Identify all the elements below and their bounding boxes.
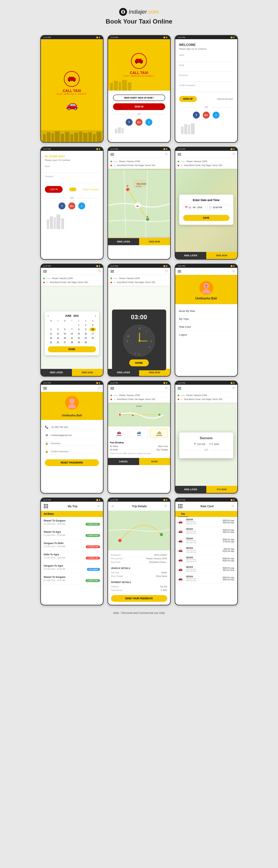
comfort-type-btn[interactable]: 🚕 Comfort	[150, 429, 168, 438]
cal-day[interactable]	[48, 323, 54, 327]
cal-day[interactable]: 11	[48, 332, 54, 336]
ride-now-btn-1[interactable]: RIDE NOW	[139, 238, 170, 245]
from-field-2[interactable]: From Rewari, Haryana 12345	[178, 159, 235, 163]
cal-day[interactable]: 23	[82, 336, 89, 340]
forgot-password-link[interactable]: Forgot Password?	[83, 188, 99, 191]
hamburger-icon-4[interactable]	[110, 270, 114, 273]
cal-day[interactable]: 3	[90, 323, 96, 327]
ride-later-btn-1[interactable]: RIDE LATER	[108, 238, 139, 245]
confirm-password-input[interactable]	[179, 87, 233, 92]
book-button[interactable]: BOOK	[139, 458, 170, 465]
cal-day[interactable]: 21	[69, 336, 75, 340]
cal-day[interactable]: 30	[82, 341, 89, 344]
from-field-5[interactable]: From Rewari, Haryana 12345	[110, 394, 168, 397]
cal-day[interactable]: 13	[62, 332, 68, 336]
cal-day[interactable]: 16	[82, 332, 89, 336]
twitter-login-btn[interactable]: t	[78, 203, 85, 209]
day-tab[interactable]: Day	[178, 511, 188, 517]
cal-day[interactable]	[69, 323, 75, 327]
next-month-btn[interactable]: ›	[95, 314, 96, 317]
cal-day[interactable]: 17	[90, 332, 96, 336]
menu-logout[interactable]: Logout	[175, 331, 237, 339]
to-field-4[interactable]: To Anaj Mandi Chowk, Hari Nagar, Sector …	[110, 280, 168, 284]
all-rides-tab[interactable]: All Rides	[41, 511, 103, 517]
sedan-type-btn[interactable]: 🚗 Sedan	[110, 429, 128, 438]
login-button[interactable]: LOG IN	[45, 186, 63, 193]
clock-face[interactable]: 12 3 6 9 1 4 7 10	[123, 325, 155, 356]
cal-day[interactable]: 25	[48, 341, 54, 344]
from-field-4[interactable]: From Rewari, Haryana 12345	[110, 276, 168, 280]
remember-toggle[interactable]	[69, 188, 76, 191]
login-password-input[interactable]	[45, 178, 99, 183]
cal-day[interactable]: 1	[76, 323, 82, 327]
ride-now-btn-3[interactable]: RIDE NOW	[72, 369, 103, 376]
cal-day[interactable]	[62, 323, 68, 327]
hamburger-icon-7[interactable]	[110, 387, 114, 390]
ride-later-btn-2[interactable]: RIDE LATER	[175, 252, 206, 259]
facebook-welcome-button[interactable]: f	[193, 112, 200, 119]
hamburger-icon[interactable]	[110, 153, 114, 156]
datetime-save-button[interactable]: SAVE	[183, 215, 230, 221]
heart-icon-4[interactable]: ♡	[165, 269, 168, 273]
trip-item-5[interactable]: Gurgaon To Agra 10 JAN 2019 10:00 AM UPC…	[41, 562, 103, 573]
cal-day[interactable]: 26	[55, 341, 61, 344]
ride-later-btn-3[interactable]: RIDE LATER	[41, 369, 72, 376]
heart-icon-10[interactable]: ♡	[164, 504, 167, 508]
nav-grid-icon[interactable]	[44, 504, 48, 508]
sign-in-button[interactable]: SIGN IN	[113, 103, 165, 110]
its-now-btn[interactable]: IT'S NOW	[206, 486, 237, 493]
from-field-6[interactable]: From Rewari, Haryana 12345	[178, 394, 235, 397]
cal-day[interactable]: 12	[55, 332, 61, 336]
menu-my-trips[interactable]: My Trips	[175, 315, 237, 323]
trip-item-4[interactable]: Delhi To Agra 10 JAN 2019 10:00 AM CANCE…	[41, 551, 103, 562]
nav-grid-icon-2[interactable]	[178, 504, 182, 508]
cal-day[interactable]: 18	[48, 336, 54, 340]
twitter-login-button[interactable]: t	[145, 119, 152, 126]
login-name-input[interactable]	[45, 168, 99, 173]
cal-day[interactable]: 24	[90, 336, 96, 340]
suv-type-btn[interactable]: 🚙 SUV	[130, 429, 148, 438]
cal-day[interactable]: 28	[69, 341, 75, 344]
from-field-3[interactable]: From Rewari, Haryana 12345	[43, 276, 101, 280]
cal-day-today[interactable]: 10	[90, 328, 96, 331]
google-login-btn[interactable]: G+	[68, 203, 75, 209]
new-user-button[interactable]: NEW USER? SIGN UP NOW !	[113, 95, 165, 101]
heart-icon-6[interactable]: ♡	[98, 386, 101, 390]
from-field-1[interactable]: From Rewari, Haryana 12345	[110, 159, 168, 163]
heart-icon-1[interactable]: ♡	[165, 152, 168, 156]
to-field-3[interactable]: To Anaj Mandi Chowk, Hari Nagar, Sector …	[43, 280, 101, 284]
to-field-5[interactable]: To Anaj Mandi Chowk, Hari Nagar, Sector …	[110, 397, 168, 401]
back-arrow-icon[interactable]: ←	[111, 504, 114, 508]
name-input[interactable]	[179, 57, 233, 62]
confirm-password-edit-input[interactable]	[51, 450, 99, 453]
signup-submit-button[interactable]: SIGN UP	[179, 96, 197, 102]
ride-later-btn-5[interactable]: RIDE LATER	[175, 486, 206, 493]
date-field[interactable]: 📅 11 - 08 - 2019	[183, 205, 205, 210]
time-field[interactable]: 🕐 10:00 PM	[207, 205, 230, 210]
google-login-button[interactable]: G+	[136, 119, 142, 126]
cal-day[interactable]: 20	[62, 336, 68, 340]
facebook-login-button[interactable]: f	[126, 119, 133, 126]
email-input[interactable]	[179, 67, 233, 72]
trip-item-2[interactable]: Rewari To Agra 10 JAN 2019 10:00 AM COMP…	[41, 528, 103, 539]
calendar-done-button[interactable]: DONE	[48, 346, 96, 352]
heart-icon-3[interactable]: ♡	[98, 269, 101, 273]
cal-day[interactable]: 8	[76, 328, 82, 331]
clock-done-button[interactable]: DONE	[129, 360, 149, 366]
to-field-1[interactable]: To Anaj Mandi Chowk, Hari Nagar, Sector …	[110, 163, 168, 167]
to-field-6[interactable]: To Anaj Mandi Chowk, Hari Nagar, Sector …	[178, 397, 235, 401]
heart-icon-8[interactable]: ♡	[232, 386, 235, 390]
cal-day[interactable]: 5	[55, 328, 61, 331]
heart-icon-11[interactable]: ♡	[231, 504, 234, 508]
prev-month-btn[interactable]: ‹	[48, 314, 48, 317]
cal-day[interactable]: 6	[62, 328, 68, 331]
hamburger-icon-5[interactable]	[178, 270, 181, 273]
hamburger-icon-6[interactable]	[43, 387, 47, 390]
menu-rate-card[interactable]: Rate Card	[175, 323, 237, 331]
cal-day[interactable]: 29	[76, 341, 82, 344]
password-input[interactable]	[179, 77, 233, 82]
menu-book-ride[interactable]: Book My Ride	[175, 307, 237, 315]
trip-item-1[interactable]: Rewari To Gurgaon 10 JAN 2019 10:00 AM C…	[41, 517, 103, 528]
hamburger-icon-2[interactable]	[178, 153, 181, 156]
facebook-login-btn[interactable]: f	[59, 203, 65, 209]
